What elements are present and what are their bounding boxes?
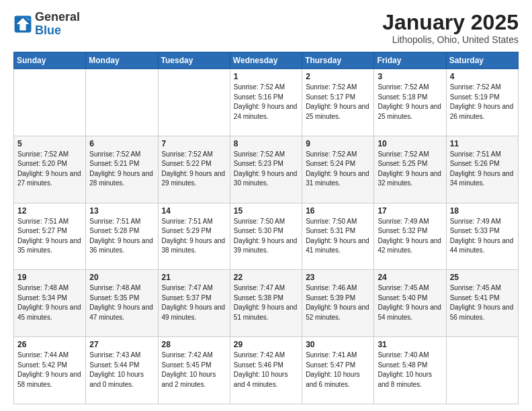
day-info: Sunrise: 7:45 AM Sunset: 5:41 PM Dayligh… bbox=[450, 283, 515, 322]
day-info: Sunrise: 7:43 AM Sunset: 5:44 PM Dayligh… bbox=[89, 351, 154, 390]
day-info: Sunrise: 7:49 AM Sunset: 5:32 PM Dayligh… bbox=[378, 217, 442, 256]
day-number: 16 bbox=[306, 206, 370, 216]
col-saturday: Saturday bbox=[446, 52, 518, 69]
day-number: 18 bbox=[450, 206, 515, 216]
day-info: Sunrise: 7:51 AM Sunset: 5:26 PM Dayligh… bbox=[450, 150, 515, 189]
title-block: January 2025 Lithopolis, Ohio, United St… bbox=[382, 11, 519, 45]
logo-icon bbox=[13, 15, 32, 34]
day-info: Sunrise: 7:45 AM Sunset: 5:40 PM Dayligh… bbox=[378, 283, 442, 322]
calendar-cell bbox=[446, 337, 518, 404]
day-number: 7 bbox=[162, 139, 226, 148]
day-number: 3 bbox=[378, 72, 442, 81]
col-monday: Monday bbox=[86, 52, 158, 69]
calendar-cell bbox=[86, 69, 158, 136]
day-number: 8 bbox=[234, 139, 298, 148]
calendar-cell: 1Sunrise: 7:52 AM Sunset: 5:16 PM Daylig… bbox=[230, 69, 302, 136]
location: Lithopolis, Ohio, United States bbox=[382, 34, 519, 45]
day-info: Sunrise: 7:49 AM Sunset: 5:33 PM Dayligh… bbox=[450, 217, 515, 256]
calendar-week-2: 12Sunrise: 7:51 AM Sunset: 5:27 PM Dayli… bbox=[14, 203, 519, 270]
calendar-cell: 12Sunrise: 7:51 AM Sunset: 5:27 PM Dayli… bbox=[14, 203, 86, 270]
calendar-cell: 6Sunrise: 7:52 AM Sunset: 5:21 PM Daylig… bbox=[86, 136, 158, 203]
logo-general-text: General bbox=[35, 10, 80, 24]
day-info: Sunrise: 7:52 AM Sunset: 5:18 PM Dayligh… bbox=[378, 83, 442, 122]
col-thursday: Thursday bbox=[302, 52, 374, 69]
page: General Blue January 2025 Lithopolis, Oh… bbox=[0, 0, 532, 411]
calendar-cell: 23Sunrise: 7:46 AM Sunset: 5:39 PM Dayli… bbox=[302, 270, 374, 337]
header: General Blue January 2025 Lithopolis, Oh… bbox=[13, 11, 519, 45]
day-number: 20 bbox=[89, 273, 154, 282]
calendar-cell: 3Sunrise: 7:52 AM Sunset: 5:18 PM Daylig… bbox=[374, 69, 446, 136]
day-number: 19 bbox=[17, 273, 82, 282]
day-number: 30 bbox=[306, 340, 370, 349]
calendar-cell: 9Sunrise: 7:52 AM Sunset: 5:24 PM Daylig… bbox=[302, 136, 374, 203]
calendar-table: Sunday Monday Tuesday Wednesday Thursday… bbox=[13, 52, 519, 404]
day-number: 29 bbox=[234, 340, 298, 349]
day-info: Sunrise: 7:51 AM Sunset: 5:29 PM Dayligh… bbox=[162, 217, 226, 256]
calendar-header: Sunday Monday Tuesday Wednesday Thursday… bbox=[14, 52, 519, 69]
day-info: Sunrise: 7:48 AM Sunset: 5:35 PM Dayligh… bbox=[89, 283, 154, 322]
calendar-cell: 20Sunrise: 7:48 AM Sunset: 5:35 PM Dayli… bbox=[86, 270, 158, 337]
calendar-cell: 29Sunrise: 7:42 AM Sunset: 5:46 PM Dayli… bbox=[230, 337, 302, 404]
calendar-cell: 10Sunrise: 7:52 AM Sunset: 5:25 PM Dayli… bbox=[374, 136, 446, 203]
calendar-cell: 30Sunrise: 7:41 AM Sunset: 5:47 PM Dayli… bbox=[302, 337, 374, 404]
day-number: 27 bbox=[89, 340, 154, 349]
day-info: Sunrise: 7:52 AM Sunset: 5:25 PM Dayligh… bbox=[378, 150, 442, 189]
day-number: 6 bbox=[89, 139, 154, 148]
calendar-body: 1Sunrise: 7:52 AM Sunset: 5:16 PM Daylig… bbox=[14, 69, 519, 404]
day-info: Sunrise: 7:52 AM Sunset: 5:22 PM Dayligh… bbox=[162, 150, 226, 189]
month-title: January 2025 bbox=[382, 11, 519, 34]
calendar-week-0: 1Sunrise: 7:52 AM Sunset: 5:16 PM Daylig… bbox=[14, 69, 519, 136]
day-number: 2 bbox=[306, 72, 370, 81]
col-friday: Friday bbox=[374, 52, 446, 69]
day-info: Sunrise: 7:42 AM Sunset: 5:46 PM Dayligh… bbox=[234, 351, 298, 390]
calendar-cell: 26Sunrise: 7:44 AM Sunset: 5:42 PM Dayli… bbox=[14, 337, 86, 404]
day-info: Sunrise: 7:52 AM Sunset: 5:23 PM Dayligh… bbox=[234, 150, 298, 189]
day-info: Sunrise: 7:44 AM Sunset: 5:42 PM Dayligh… bbox=[17, 351, 82, 390]
day-number: 17 bbox=[378, 206, 442, 216]
day-number: 10 bbox=[378, 139, 442, 148]
day-number: 22 bbox=[234, 273, 298, 282]
logo: General Blue bbox=[13, 11, 80, 38]
day-number: 5 bbox=[17, 139, 82, 148]
day-info: Sunrise: 7:52 AM Sunset: 5:16 PM Dayligh… bbox=[234, 83, 298, 122]
day-number: 21 bbox=[162, 273, 226, 282]
day-number: 31 bbox=[378, 340, 442, 349]
day-info: Sunrise: 7:40 AM Sunset: 5:48 PM Dayligh… bbox=[378, 351, 442, 390]
col-wednesday: Wednesday bbox=[230, 52, 302, 69]
day-number: 24 bbox=[378, 273, 442, 282]
day-number: 26 bbox=[17, 340, 82, 349]
calendar-cell: 25Sunrise: 7:45 AM Sunset: 5:41 PM Dayli… bbox=[446, 270, 518, 337]
calendar-cell bbox=[158, 69, 230, 136]
day-info: Sunrise: 7:47 AM Sunset: 5:38 PM Dayligh… bbox=[234, 283, 298, 322]
day-number: 9 bbox=[306, 139, 370, 148]
calendar-cell: 2Sunrise: 7:52 AM Sunset: 5:17 PM Daylig… bbox=[302, 69, 374, 136]
day-number: 12 bbox=[17, 206, 82, 216]
calendar-cell: 18Sunrise: 7:49 AM Sunset: 5:33 PM Dayli… bbox=[446, 203, 518, 270]
day-info: Sunrise: 7:51 AM Sunset: 5:27 PM Dayligh… bbox=[17, 217, 82, 256]
calendar-cell: 14Sunrise: 7:51 AM Sunset: 5:29 PM Dayli… bbox=[158, 203, 230, 270]
day-info: Sunrise: 7:52 AM Sunset: 5:17 PM Dayligh… bbox=[306, 83, 370, 122]
calendar-cell: 17Sunrise: 7:49 AM Sunset: 5:32 PM Dayli… bbox=[374, 203, 446, 270]
day-info: Sunrise: 7:50 AM Sunset: 5:31 PM Dayligh… bbox=[306, 217, 370, 256]
logo-blue-text: Blue bbox=[35, 24, 61, 37]
day-info: Sunrise: 7:47 AM Sunset: 5:37 PM Dayligh… bbox=[162, 283, 226, 322]
day-number: 4 bbox=[450, 72, 515, 81]
calendar-cell: 7Sunrise: 7:52 AM Sunset: 5:22 PM Daylig… bbox=[158, 136, 230, 203]
calendar-cell: 16Sunrise: 7:50 AM Sunset: 5:31 PM Dayli… bbox=[302, 203, 374, 270]
day-number: 11 bbox=[450, 139, 515, 148]
day-info: Sunrise: 7:52 AM Sunset: 5:20 PM Dayligh… bbox=[17, 150, 82, 189]
calendar-week-4: 26Sunrise: 7:44 AM Sunset: 5:42 PM Dayli… bbox=[14, 337, 519, 404]
calendar-cell: 27Sunrise: 7:43 AM Sunset: 5:44 PM Dayli… bbox=[86, 337, 158, 404]
calendar-week-3: 19Sunrise: 7:48 AM Sunset: 5:34 PM Dayli… bbox=[14, 270, 519, 337]
calendar-week-1: 5Sunrise: 7:52 AM Sunset: 5:20 PM Daylig… bbox=[14, 136, 519, 203]
day-number: 1 bbox=[234, 72, 298, 81]
day-number: 14 bbox=[162, 206, 226, 216]
day-number: 28 bbox=[162, 340, 226, 349]
calendar-cell: 5Sunrise: 7:52 AM Sunset: 5:20 PM Daylig… bbox=[14, 136, 86, 203]
calendar-cell: 8Sunrise: 7:52 AM Sunset: 5:23 PM Daylig… bbox=[230, 136, 302, 203]
calendar-cell: 19Sunrise: 7:48 AM Sunset: 5:34 PM Dayli… bbox=[14, 270, 86, 337]
day-number: 23 bbox=[306, 273, 370, 282]
col-tuesday: Tuesday bbox=[158, 52, 230, 69]
day-info: Sunrise: 7:52 AM Sunset: 5:19 PM Dayligh… bbox=[450, 83, 515, 122]
day-info: Sunrise: 7:52 AM Sunset: 5:21 PM Dayligh… bbox=[89, 150, 154, 189]
